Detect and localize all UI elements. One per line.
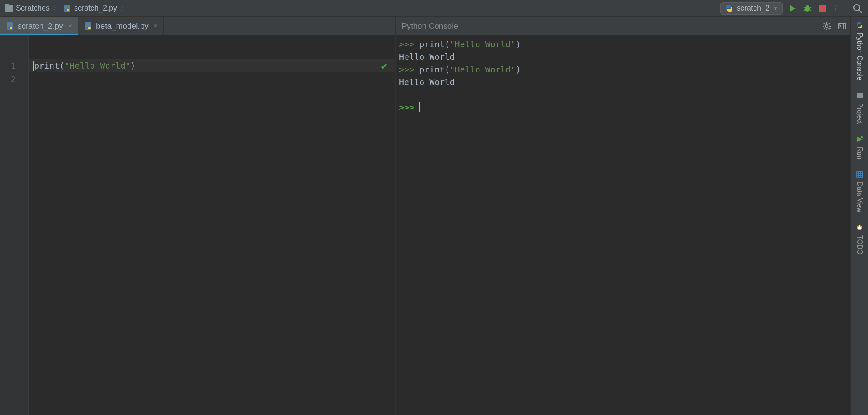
code-area[interactable]: print("Hello World") ✔ xyxy=(29,35,395,415)
console-toolbar xyxy=(823,22,846,30)
python-console-pane: Python Console >>> print("Hello World") … xyxy=(396,17,850,415)
svg-rect-10 xyxy=(819,5,826,12)
svg-point-19 xyxy=(825,25,828,27)
editor-pane: scratch_2.py × beta_model.py × 1 2 p xyxy=(0,17,396,415)
breadcrumb-file-label: scratch_2.py xyxy=(74,4,117,13)
svg-line-8 xyxy=(809,10,811,11)
console-output-line: Hello World xyxy=(399,76,847,88)
svg-rect-31 xyxy=(857,93,863,98)
python-file-icon xyxy=(6,22,14,30)
toolbar-right: scratch_2 ▼ ⋮ xyxy=(720,2,866,15)
breadcrumbs: Scratches 〉 scratch_2.py 〉 xyxy=(2,4,129,13)
toolstrip-python-console[interactable]: Python Console xyxy=(856,22,863,80)
svg-line-5 xyxy=(804,7,805,8)
python-file-icon xyxy=(63,4,72,13)
toolstrip-label: Python Console xyxy=(856,33,863,80)
svg-point-9 xyxy=(806,5,809,8)
toolstrip-label: Run xyxy=(856,147,863,159)
svg-line-26 xyxy=(824,28,825,29)
toolstrip-label: Data View xyxy=(856,182,863,213)
console-input-line: >>> print("Hello World") xyxy=(399,38,847,51)
console-body[interactable]: >>> print("Hello World") Hello World >>>… xyxy=(396,35,850,415)
project-icon xyxy=(856,92,863,101)
code-token-call: print xyxy=(34,61,59,71)
python-icon xyxy=(856,22,863,30)
settings-icon[interactable] xyxy=(823,22,831,30)
svg-rect-32 xyxy=(857,93,859,94)
run-button[interactable] xyxy=(787,3,798,14)
debug-button[interactable] xyxy=(802,3,813,14)
toolstrip-data-view[interactable]: Data View xyxy=(856,171,863,213)
breadcrumb-folder-label: Scratches xyxy=(16,4,50,13)
stop-button[interactable] xyxy=(817,3,828,14)
code-token-string: "Hello World" xyxy=(64,61,130,71)
close-tab-icon[interactable]: × xyxy=(67,22,72,30)
svg-point-42 xyxy=(859,225,860,227)
data-view-icon xyxy=(856,171,863,179)
toolstrip-label: Project xyxy=(856,103,863,124)
python-file-icon xyxy=(725,4,733,13)
inspection-ok-icon[interactable]: ✔ xyxy=(381,59,388,72)
editor-tab-label: beta_model.py xyxy=(96,21,149,31)
console-input-line: >>> print("Hello World") xyxy=(399,63,847,76)
svg-line-7 xyxy=(804,10,805,11)
hide-panel-icon[interactable] xyxy=(838,23,846,29)
toolstrip-label: TODO xyxy=(856,235,863,255)
editor-tab-beta-model[interactable]: beta_model.py × xyxy=(78,17,164,35)
separator xyxy=(846,3,846,13)
line-number: 2 xyxy=(0,72,28,86)
svg-line-24 xyxy=(824,23,825,24)
svg-rect-41 xyxy=(858,227,861,229)
toolstrip-todo[interactable]: TODO xyxy=(856,224,863,255)
console-blank-line xyxy=(399,88,847,101)
console-prompt: >>> xyxy=(399,39,419,49)
toolstrip-project[interactable]: Project xyxy=(856,92,863,124)
console-output-line: Hello World xyxy=(399,51,847,63)
code-line[interactable]: print("Hello World") xyxy=(29,59,395,72)
svg-marker-3 xyxy=(790,5,796,12)
editor-body[interactable]: 1 2 print("Hello World") ✔ xyxy=(0,35,395,415)
breadcrumb-folder[interactable]: Scratches xyxy=(5,4,50,13)
run-icon xyxy=(856,136,863,144)
breadcrumb-file[interactable]: scratch_2.py xyxy=(63,4,117,13)
console-title: Python Console xyxy=(402,21,458,31)
svg-line-12 xyxy=(859,10,862,13)
svg-rect-29 xyxy=(838,23,846,29)
search-button[interactable] xyxy=(852,3,863,14)
line-number: 1 xyxy=(0,59,28,72)
run-configuration-label: scratch_2 xyxy=(737,4,769,13)
editor-tab-bar: scratch_2.py × beta_model.py × xyxy=(0,17,395,35)
svg-point-34 xyxy=(860,136,862,138)
toolstrip-run[interactable]: Run xyxy=(856,136,863,159)
run-configuration-selector[interactable]: scratch_2 ▼ xyxy=(720,2,783,15)
todo-icon xyxy=(856,224,863,233)
svg-point-15 xyxy=(10,27,12,29)
python-file-icon xyxy=(84,22,93,30)
console-header: Python Console xyxy=(396,17,850,35)
console-active-prompt[interactable]: >>> xyxy=(399,101,847,114)
svg-rect-35 xyxy=(857,171,863,177)
editor-gutter: 1 2 xyxy=(0,35,29,415)
editor-tab-scratch-2[interactable]: scratch_2.py × xyxy=(0,17,78,35)
dropdown-triangle-icon: ▼ xyxy=(773,5,778,11)
svg-point-18 xyxy=(88,27,91,29)
breadcrumb-separator-icon: 〉 xyxy=(51,4,61,13)
console-prompt: >>> xyxy=(399,102,419,112)
editor-tab-label: scratch_2.py xyxy=(18,21,63,31)
svg-point-11 xyxy=(854,5,860,11)
toolbar-overflow-icon[interactable]: ⋮ xyxy=(832,4,840,12)
breadcrumb-separator-icon: 〉 xyxy=(119,4,129,13)
right-tool-strip: Python Console Project Run Data View xyxy=(850,17,868,415)
folder-icon xyxy=(5,5,13,12)
svg-line-6 xyxy=(809,7,811,8)
svg-point-2 xyxy=(67,9,69,11)
console-prompt: >>> xyxy=(399,64,419,74)
top-toolbar: Scratches 〉 scratch_2.py 〉 scratch_2 ▼ xyxy=(0,0,868,17)
close-tab-icon[interactable]: × xyxy=(152,22,157,30)
svg-line-27 xyxy=(829,23,830,24)
